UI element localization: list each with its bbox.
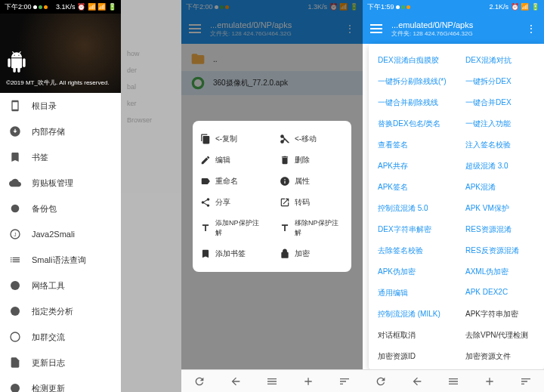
menu-icon[interactable] [370, 24, 382, 33]
drawer-item-bookmark[interactable]: 书签 [0, 144, 121, 170]
option-item[interactable]: APK共存 [369, 156, 456, 177]
option-item[interactable]: AXML伪加密 [456, 261, 544, 282]
drawer-item-clipboard[interactable]: 剪贴板管理 [0, 170, 121, 196]
cloud-icon [9, 177, 21, 189]
refresh-icon[interactable] [375, 375, 387, 387]
ctx-delete[interactable]: 删除 [272, 150, 351, 171]
option-item[interactable]: APK VM保护 [456, 198, 544, 219]
option-item[interactable]: 一键拆分剔除残线(*) [369, 71, 456, 92]
option-item[interactable]: 超级混淆 3.0 [456, 156, 544, 177]
drawer-item-storage[interactable]: 内部存储 [0, 119, 121, 144]
chat-icon [9, 331, 21, 343]
context-menu: <-复制 <-移动 编辑 删除 重命名 属性 分享 转码 添加NP保护注解 移除… [193, 121, 351, 272]
option-item[interactable]: DEX混淆白痴膜胶 [369, 50, 456, 71]
code-icon: J [9, 228, 21, 240]
option-item[interactable]: APK签名 [369, 177, 456, 198]
share-icon [200, 197, 211, 208]
drawer-item-class-analysis[interactable]: 指定类分析 [0, 298, 121, 324]
ctx-copy[interactable]: <-复制 [193, 128, 272, 150]
ctx-edit[interactable]: 编辑 [193, 150, 272, 171]
drawer-item-root[interactable]: 根目录 [0, 93, 121, 119]
option-item[interactable]: 一键合并DEX [456, 92, 544, 113]
option-item[interactable]: 去除VPN/代理检测 [456, 325, 544, 346]
label-icon [200, 176, 211, 187]
option-item[interactable]: 控制流混淆 5.0 [369, 198, 456, 219]
option-item[interactable]: RES反资源混淆 [456, 240, 544, 261]
drawer-item-backup[interactable]: 备份包 [0, 196, 121, 221]
drawer-item-changelog[interactable]: 更新日志 [0, 350, 121, 375]
download-icon [9, 125, 21, 137]
option-item[interactable]: APK DEX2C [456, 282, 544, 304]
drawer-item-group[interactable]: 加群交流 [0, 324, 121, 350]
sort-icon[interactable] [338, 375, 351, 387]
dimmed-background[interactable]: how der bal ker Browser [121, 0, 181, 392]
menu-icon[interactable] [447, 375, 459, 387]
option-item[interactable]: 注入签名校验 [456, 134, 544, 156]
ctx-remove-np[interactable]: 移除NP保护注解 [272, 213, 351, 243]
option-item[interactable]: 一键注入功能 [456, 113, 544, 134]
add-icon[interactable] [302, 375, 314, 387]
bottom-toolbar [363, 369, 544, 392]
option-item[interactable]: 去除签名校验 [369, 240, 456, 261]
option-item[interactable]: 控制流混淆 (MILK) [369, 304, 456, 325]
drawer-item-update[interactable]: 检测更新 [0, 375, 121, 392]
status-bar: 下午1:59 2.1K/s⏰ 📶 🔋 [363, 0, 544, 14]
option-item[interactable]: 加密资源ID [369, 346, 456, 367]
drawer-item-smali-syntax[interactable]: Smali语法查询 [0, 247, 121, 273]
back-icon[interactable] [230, 375, 242, 387]
option-item[interactable]: RES资源混淆 [456, 219, 544, 240]
info-icon [280, 176, 290, 187]
delete-icon [280, 155, 290, 165]
drawer-header: ©2019 MT_吹牛儿. All rights reserved. [0, 14, 121, 93]
android-logo-icon [6, 50, 27, 74]
ctx-rename[interactable]: 重命名 [193, 171, 272, 192]
ctx-move[interactable]: <-移动 [272, 128, 351, 150]
ctx-add-np[interactable]: 添加NP保护注解 [193, 213, 272, 243]
lock-icon [280, 248, 290, 259]
bookmark-icon [9, 151, 21, 163]
sort-icon[interactable] [520, 375, 532, 387]
settings-icon [9, 202, 21, 215]
back-icon[interactable] [411, 375, 423, 387]
upload-icon [9, 382, 21, 392]
option-item[interactable]: 查看签名 [369, 134, 456, 156]
wrench-icon [9, 305, 21, 317]
option-item[interactable]: 一键拆分DEX [456, 71, 544, 92]
modal-overlay[interactable]: <-复制 <-移动 编辑 删除 重命名 属性 分享 转码 添加NP保护注解 移除… [181, 0, 363, 392]
option-item[interactable]: APK伪加密 [369, 261, 456, 282]
edit-icon [200, 155, 211, 165]
option-item[interactable]: 一键合并剔除残线 [369, 92, 456, 113]
option-item[interactable]: 加密资源文件 [456, 346, 544, 367]
option-item[interactable]: 对话框取消 [369, 325, 456, 346]
ctx-transcode[interactable]: 转码 [272, 192, 351, 213]
option-item[interactable]: APK混淆 [456, 177, 544, 198]
text-icon [200, 223, 211, 233]
svg-point-5 [11, 332, 20, 341]
more-icon[interactable]: ⋮ [526, 23, 536, 35]
menu-icon[interactable] [266, 375, 278, 387]
bottom-toolbar [181, 369, 363, 392]
option-item[interactable]: DEX混淆对抗 [456, 50, 544, 71]
svg-point-6 [11, 384, 20, 392]
svg-point-4 [11, 307, 20, 316]
drawer-item-java2smali[interactable]: JJava2Smali [0, 221, 121, 247]
options-panel: DEX混淆白痴膜胶DEX混淆对抗一键拆分剔除残线(*)一键拆分DEX一键合并剔除… [369, 44, 544, 369]
cut-icon [280, 134, 290, 144]
ctx-bookmark[interactable]: 添加书签 [193, 243, 272, 264]
ctx-encrypt[interactable]: 加密 [272, 243, 351, 264]
drawer-item-network[interactable]: 网络工具 [0, 273, 121, 298]
option-item[interactable]: 通用编辑 [369, 282, 456, 304]
drawer-list: 根目录 内部存储 书签 剪贴板管理 备份包 JJava2Smali Smali语… [0, 93, 121, 392]
option-item[interactable]: APK字符串加密 [456, 304, 544, 325]
option-item[interactable]: DEX字符串解密 [369, 219, 456, 240]
text-icon [280, 223, 290, 233]
ctx-properties[interactable]: 属性 [272, 171, 351, 192]
network-icon [9, 279, 21, 292]
ctx-share[interactable]: 分享 [193, 192, 272, 213]
svg-text:J: J [14, 232, 16, 237]
refresh-icon[interactable] [193, 375, 206, 387]
copy-icon [200, 134, 211, 144]
bookmark-add-icon [200, 248, 211, 259]
option-item[interactable]: 替换DEX包名/类名 [369, 113, 456, 134]
add-icon[interactable] [484, 375, 496, 387]
